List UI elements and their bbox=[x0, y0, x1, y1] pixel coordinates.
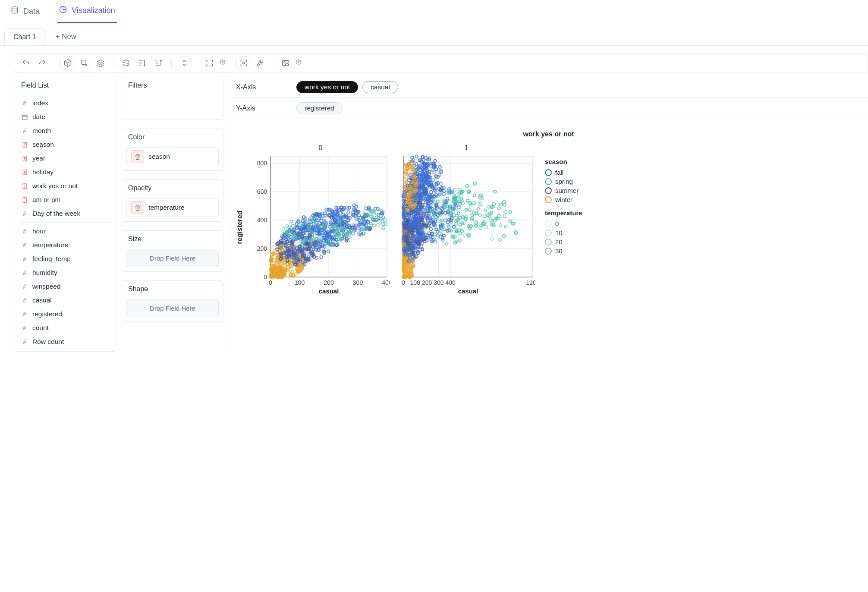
legend-label: 20 bbox=[555, 238, 563, 246]
field-item[interactable]: date bbox=[15, 110, 116, 124]
sort-asc-button[interactable] bbox=[135, 57, 150, 69]
legend-swatch-icon bbox=[545, 196, 552, 203]
field-item[interactable]: #registered bbox=[15, 307, 116, 321]
gear-icon[interactable] bbox=[220, 59, 226, 67]
field-item[interactable]: #temperature bbox=[15, 238, 116, 252]
number-icon: # bbox=[21, 269, 28, 276]
wrench-button[interactable] bbox=[253, 57, 267, 69]
field-item[interactable]: #hour bbox=[15, 224, 116, 238]
field-item-label: Row count bbox=[32, 338, 64, 346]
svg-point-2260 bbox=[479, 203, 482, 206]
field-item[interactable]: #humidity bbox=[15, 266, 116, 280]
legend-item[interactable]: 10 bbox=[545, 229, 582, 236]
opacity-title: Opacity bbox=[122, 180, 223, 196]
x-fields[interactable]: work yes or notcasual bbox=[296, 81, 398, 93]
field-list: #indexdate#monthseasonyearholidaywork ye… bbox=[15, 94, 116, 351]
legend-item[interactable]: 30 bbox=[545, 247, 582, 255]
legend-swatch-icon bbox=[545, 230, 552, 236]
field-item[interactable]: #Day of the week bbox=[15, 207, 116, 220]
tab-data[interactable]: Data bbox=[9, 3, 41, 23]
field-item-label: work yes or not bbox=[32, 182, 78, 190]
color-chip[interactable]: season bbox=[126, 147, 219, 166]
field-item[interactable]: #feeling_temp bbox=[15, 252, 116, 266]
legend-item[interactable]: summer bbox=[545, 187, 582, 194]
field-item[interactable]: am or pm bbox=[15, 193, 116, 207]
redo-button[interactable] bbox=[35, 57, 50, 69]
field-item[interactable]: #month bbox=[15, 124, 116, 138]
layers-button[interactable] bbox=[93, 57, 108, 69]
field-item[interactable]: #casual bbox=[15, 293, 116, 307]
size-dropzone[interactable]: Drop Field Here bbox=[126, 249, 219, 267]
refresh-button[interactable] bbox=[119, 57, 133, 69]
scatter-plot-0[interactable]: 02004006008000100200300400casual bbox=[252, 154, 390, 296]
scatter-plot-1[interactable]: 01002003004001100casual bbox=[397, 154, 535, 296]
filters-panel[interactable]: Filters bbox=[122, 77, 223, 120]
svg-text:300: 300 bbox=[353, 279, 363, 286]
svg-text:0: 0 bbox=[264, 274, 267, 280]
svg-point-2031 bbox=[471, 214, 474, 217]
opacity-chip[interactable]: temperature bbox=[126, 198, 219, 217]
legend-item[interactable]: spring bbox=[545, 178, 582, 185]
field-item-label: month bbox=[32, 127, 51, 135]
field-item[interactable]: #winspeed bbox=[15, 280, 116, 293]
field-item[interactable]: #index bbox=[15, 96, 116, 110]
remove-opacity-button[interactable] bbox=[131, 201, 144, 214]
legend-swatch-icon bbox=[545, 187, 552, 194]
remove-color-button[interactable] bbox=[131, 150, 144, 163]
field-item-label: year bbox=[32, 154, 45, 162]
field-item[interactable]: #count bbox=[15, 321, 116, 335]
field-item[interactable]: year bbox=[15, 151, 116, 165]
field-item[interactable]: season bbox=[15, 138, 116, 151]
field-item-label: season bbox=[32, 141, 54, 148]
legend-swatch-icon bbox=[545, 169, 552, 176]
svg-point-1910 bbox=[444, 211, 447, 214]
undo-button[interactable] bbox=[19, 57, 33, 69]
gear-icon[interactable] bbox=[296, 59, 302, 67]
export-image-button[interactable] bbox=[278, 57, 293, 69]
sort-desc-button[interactable] bbox=[151, 57, 166, 69]
svg-point-2156 bbox=[432, 179, 435, 182]
field-item-label: humidity bbox=[32, 269, 57, 277]
chart-tab[interactable]: Chart 1 bbox=[4, 28, 45, 45]
scan-button[interactable] bbox=[236, 57, 251, 69]
field-pill[interactable]: casual bbox=[362, 81, 398, 93]
field-item[interactable]: holiday bbox=[15, 165, 116, 179]
shape-dropzone[interactable]: Drop Field Here bbox=[126, 299, 219, 317]
svg-rect-9 bbox=[22, 115, 27, 120]
field-list-panel: Field List #indexdate#monthseasonyearhol… bbox=[15, 77, 116, 352]
new-chart-button[interactable]: + New bbox=[52, 30, 80, 44]
legend-item[interactable]: 0 bbox=[545, 220, 582, 227]
field-item-label: feeling_temp bbox=[32, 255, 71, 263]
field-pill[interactable]: work yes or not bbox=[296, 81, 358, 93]
svg-point-903 bbox=[305, 252, 308, 255]
fullscreen-button[interactable] bbox=[202, 57, 217, 69]
cube-button[interactable] bbox=[60, 57, 75, 69]
legend-item[interactable]: fall bbox=[545, 169, 582, 176]
svg-point-2237 bbox=[473, 182, 476, 185]
svg-point-984 bbox=[346, 206, 349, 209]
svg-point-1004 bbox=[372, 224, 375, 227]
svg-point-2295 bbox=[484, 209, 487, 212]
svg-text:1100: 1100 bbox=[526, 279, 535, 286]
field-item[interactable]: work yes or not bbox=[15, 179, 116, 193]
resize-button[interactable] bbox=[177, 57, 192, 69]
legend-item[interactable]: winter bbox=[545, 196, 582, 203]
number-icon: # bbox=[21, 127, 28, 134]
tab-visualization[interactable]: Visualization bbox=[57, 3, 117, 23]
svg-point-1808 bbox=[421, 248, 424, 251]
facet-title: work yes or not bbox=[236, 130, 861, 138]
svg-point-347 bbox=[320, 256, 323, 259]
svg-text:0: 0 bbox=[402, 279, 405, 286]
svg-point-2246 bbox=[478, 214, 481, 217]
filters-title: Filters bbox=[122, 77, 223, 94]
opacity-panel: Opacity temperature bbox=[122, 179, 223, 222]
field-item-label: hour bbox=[32, 227, 46, 235]
field-item[interactable]: #Row count bbox=[15, 335, 116, 349]
field-pill[interactable]: registered bbox=[296, 102, 343, 114]
legend-item[interactable]: 20 bbox=[545, 238, 582, 246]
svg-point-2292 bbox=[499, 238, 502, 241]
y-fields[interactable]: registered bbox=[296, 102, 343, 114]
mark-type-button[interactable] bbox=[77, 57, 91, 69]
legend-label: 10 bbox=[555, 229, 563, 236]
number-icon: # bbox=[21, 255, 28, 262]
